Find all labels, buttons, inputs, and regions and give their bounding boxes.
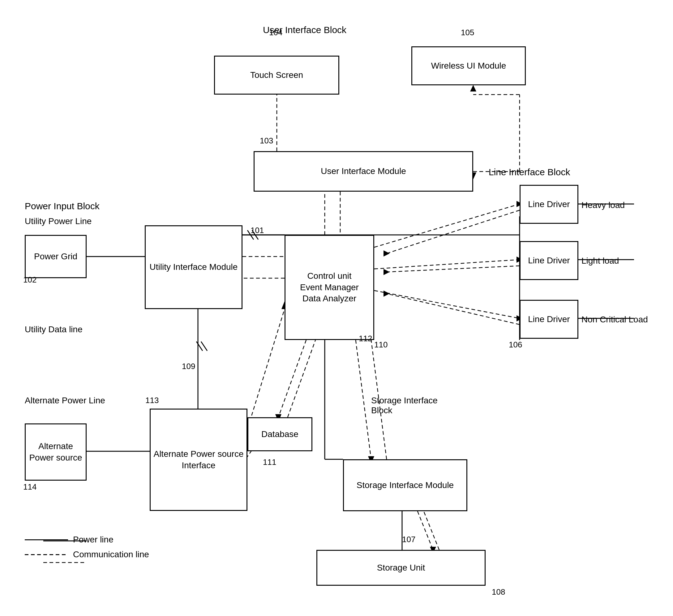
ref-111: 111 — [263, 457, 276, 467]
power-grid-label: Power Grid — [34, 251, 77, 262]
legend: Power line Communication line — [25, 535, 149, 559]
utility-data-line-label: Utility Data line — [25, 325, 82, 334]
legend-power-line-label: Power line — [73, 535, 114, 545]
svg-line-44 — [278, 340, 306, 417]
database-box: Database — [247, 417, 312, 451]
ref-112: 112 — [359, 334, 372, 343]
control-unit-label: Control unit Event Manager Data Analyzer — [300, 270, 359, 304]
ref-101: 101 — [250, 226, 264, 235]
line-interface-block-label: Line Interface Block — [489, 167, 570, 178]
line-driver-1-box: Line Driver — [519, 185, 578, 224]
ref-113: 113 — [145, 396, 159, 405]
light-load-label: Light load — [582, 256, 619, 266]
svg-line-40 — [387, 266, 519, 272]
storage-interface-label: Storage Interface Module — [357, 480, 454, 491]
power-input-block-label: Power Input Block — [25, 201, 99, 212]
wireless-ui-box: Wireless UI Module — [411, 46, 526, 85]
ref-103: 103 — [260, 136, 273, 145]
svg-line-58 — [424, 511, 439, 550]
utility-power-line-label: Utility Power Line — [25, 216, 91, 226]
storage-interface-block-label: Storage InterfaceBlock — [371, 396, 438, 415]
ref-106: 106 — [509, 340, 522, 350]
svg-marker-41 — [384, 269, 390, 275]
alternate-interface-box: Alternate Power source Interface — [150, 408, 247, 511]
svg-line-36 — [374, 291, 519, 318]
svg-line-46 — [288, 340, 315, 417]
storage-interface-box: Storage Interface Module — [343, 459, 467, 511]
storage-unit-label: Storage Unit — [377, 562, 425, 573]
alternate-interface-label: Alternate Power source Interface — [153, 448, 244, 471]
svg-line-34 — [374, 260, 519, 269]
svg-line-56 — [418, 511, 433, 550]
ref-107: 107 — [402, 535, 415, 544]
non-critical-load-label: Non Critical Load — [582, 315, 648, 325]
wireless-ui-label: Wireless UI Module — [431, 60, 506, 71]
power-grid-box: Power Grid — [25, 235, 86, 278]
line-driver-1-label: Line Driver — [528, 199, 570, 210]
alternate-power-line-label: Alternate Power Line — [25, 396, 105, 405]
database-label: Database — [261, 429, 298, 440]
legend-comm-line-label: Communication line — [73, 550, 149, 559]
line-driver-3-label: Line Driver — [528, 314, 570, 325]
ref-110: 110 — [374, 340, 388, 350]
svg-marker-43 — [384, 291, 390, 297]
alternate-power-label: Alternate Power source — [28, 441, 83, 463]
ref-109: 109 — [182, 362, 195, 371]
ref-105: 105 — [461, 28, 474, 37]
svg-line-38 — [387, 210, 519, 254]
alternate-power-box: Alternate Power source — [25, 423, 86, 481]
ref-114: 114 — [23, 482, 36, 492]
legend-comm-line-icon — [25, 554, 68, 555]
svg-marker-39 — [384, 250, 390, 257]
utility-interface-box: Utility Interface Module — [145, 225, 242, 309]
ref-102: 102 — [23, 275, 36, 285]
heavy-load-label: Heavy load — [582, 200, 625, 210]
user-interface-module-label: User Interface Module — [321, 166, 406, 177]
line-driver-2-label: Line Driver — [528, 255, 570, 266]
svg-line-52 — [356, 340, 371, 459]
utility-interface-label: Utility Interface Module — [150, 262, 238, 273]
line-driver-2-box: Line Driver — [519, 241, 578, 280]
touch-screen-label: Touch Screen — [250, 69, 303, 81]
ref-104: 104 — [269, 28, 282, 37]
ref-108: 108 — [492, 587, 505, 597]
svg-marker-22 — [470, 85, 476, 91]
storage-unit-box: Storage Unit — [316, 550, 486, 586]
svg-line-42 — [387, 294, 519, 325]
svg-line-32 — [374, 204, 519, 247]
touch-screen-box: Touch Screen — [214, 56, 339, 94]
svg-line-62 — [196, 341, 203, 351]
control-unit-box: Control unit Event Manager Data Analyzer — [284, 235, 374, 340]
svg-line-63 — [201, 341, 207, 351]
diagram: Touch Screen Wireless UI Module User Int… — [0, 0, 673, 616]
line-driver-3-box: Line Driver — [519, 300, 578, 339]
user-interface-module-box: User Interface Module — [254, 151, 473, 192]
legend-power-line-icon — [25, 539, 68, 540]
